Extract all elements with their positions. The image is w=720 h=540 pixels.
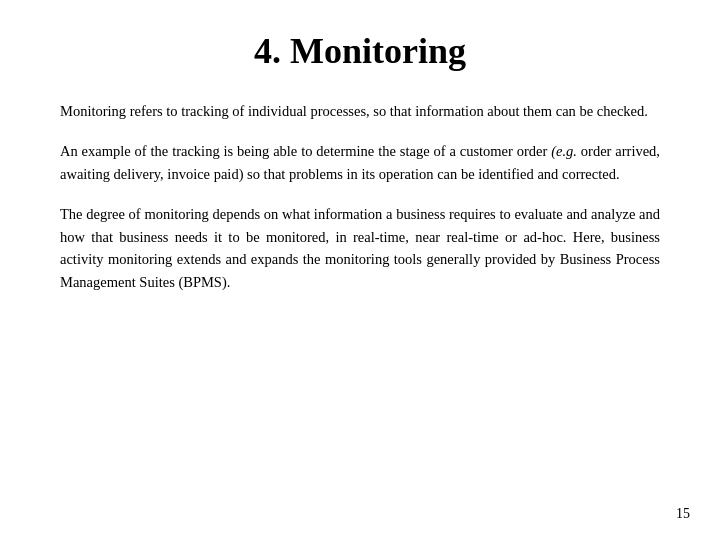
paragraph-3: The degree of monitoring depends on what… [60,203,660,293]
paragraph-2: An example of the tracking is being able… [60,140,660,185]
slide-content: Monitoring refers to tracking of individ… [60,100,660,293]
slide-title: 4. Monitoring [60,30,660,72]
para1-text: Monitoring refers to tracking of individ… [60,103,648,119]
page-number: 15 [676,506,690,522]
para2-text-italic: (e.g. [551,143,577,159]
slide: 4. Monitoring Monitoring refers to track… [0,0,720,540]
para2-text-before: An example of the tracking is being able… [60,143,551,159]
paragraph-1: Monitoring refers to tracking of individ… [60,100,660,122]
para3-text: The degree of monitoring depends on what… [60,206,660,289]
